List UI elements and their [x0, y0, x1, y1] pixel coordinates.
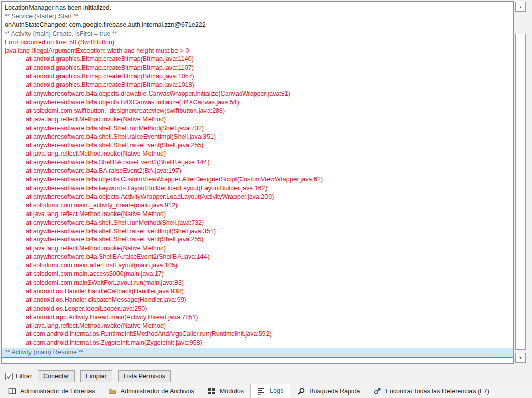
tab-label: Administrador de Librerías: [20, 388, 95, 395]
log-line[interactable]: at anywheresoftware.b4a.objects.Activity…: [2, 193, 513, 201]
log-line[interactable]: at anywheresoftware.b4a.objects.CustomVi…: [2, 175, 513, 184]
log-line[interactable]: at solodomi.com.main$WaitForLayout.run(m…: [2, 279, 513, 287]
log-line[interactable]: at anywheresoftware.b4a.shell.Shell.rais…: [2, 141, 513, 150]
log-line[interactable]: at java.lang.reflect.Method.invoke(Nativ…: [2, 244, 513, 253]
scrollbar-thumb[interactable]: [515, 34, 526, 350]
tab-files-manager[interactable]: Administrador de Archivos: [102, 384, 201, 398]
log-line[interactable]: at android.graphics.Bitmap.createBitmap(…: [2, 55, 513, 64]
modules-grid-icon: [208, 387, 216, 395]
log-line[interactable]: at solodomi.com.main._activity_create(ma…: [2, 201, 513, 210]
log-line[interactable]: ** Service (starter) Start **: [2, 12, 513, 21]
log-line[interactable]: at java.lang.reflect.Method.invoke(Nativ…: [2, 149, 513, 158]
log-line[interactable]: at solodomi.com.main.access$000(main.jav…: [2, 270, 513, 279]
filter-checkbox-label: Filtrar: [16, 373, 32, 380]
log-line[interactable]: at com.android.internal.os.ZygoteInit.ma…: [2, 339, 513, 347]
bottom-tab-bar: Administrador de LibreríasAdministrador …: [0, 384, 532, 398]
log-line[interactable]: at android.graphics.Bitmap.createBitmap(…: [2, 72, 513, 81]
tab-label: Encontrar todas las Referencias (F7): [386, 388, 489, 395]
log-list[interactable]: LocationManager has been initialized.** …: [1, 1, 514, 364]
tab-library-manager[interactable]: Administrador de Librerías: [2, 384, 102, 398]
tab-label: Búsqueda Rápida: [309, 388, 360, 395]
scrollbar-down-arrow-icon[interactable]: ▼: [515, 353, 526, 363]
filter-checkbox-wrap[interactable]: Filtrar: [5, 373, 32, 380]
log-line[interactable]: LocationManager has been initialized.: [2, 4, 513, 12]
check-icon: [6, 373, 12, 380]
log-panel: LocationManager has been initialized.** …: [1, 1, 528, 364]
tab-modules[interactable]: Módulos: [201, 384, 250, 398]
search-icon: [297, 387, 305, 395]
find-references-icon: [373, 387, 381, 395]
log-line[interactable]: at anywheresoftware.b4a.shell.Shell.runM…: [2, 124, 513, 133]
log-line[interactable]: at java.lang.reflect.Method.invoke(Nativ…: [2, 322, 513, 330]
log-line[interactable]: java.lang.IllegalArgumentException: widt…: [2, 47, 513, 55]
tab-logs[interactable]: Logs: [250, 384, 290, 398]
library-book-icon: [8, 387, 16, 395]
log-lines-icon: [257, 387, 265, 395]
log-line[interactable]: at android.os.Handler.handleCallback(Han…: [2, 287, 513, 296]
log-line[interactable]: at anywheresoftware.b4a.shell.Shell.rais…: [2, 235, 513, 244]
log-line[interactable]: at android.graphics.Bitmap.createBitmap(…: [2, 64, 513, 72]
permissions-list-button[interactable]: Lista Permisos: [118, 370, 171, 382]
log-line[interactable]: at solodomi.com.swiftbutton._designercre…: [2, 107, 513, 115]
tab-label: Administrador de Archivos: [121, 388, 194, 395]
log-controls-row: Filtrar ConectarLimpiarLista Permisos: [5, 370, 171, 383]
tab-label: Módulos: [220, 388, 244, 395]
log-line[interactable]: at anywheresoftware.b4a.keywords.LayoutB…: [2, 184, 513, 193]
log-line[interactable]: onAuthStateChanged: com.google.firebase.…: [2, 21, 513, 29]
log-line[interactable]: Error occurred on line: 50 (SwiftButton): [2, 38, 513, 47]
log-line[interactable]: at anywheresoftware.b4a.ShellBA.raiseEve…: [2, 158, 513, 167]
log-line[interactable]: at anywheresoftware.b4a.shell.Shell.rais…: [2, 133, 513, 141]
log-vertical-scrollbar[interactable]: ▲ ▼: [514, 1, 528, 364]
log-line[interactable]: at anywheresoftware.b4a.objects.B4XCanva…: [2, 98, 513, 107]
log-line[interactable]: at android.graphics.Bitmap.createBitmap(…: [2, 81, 513, 89]
filter-checkbox[interactable]: [5, 373, 13, 380]
connect-button[interactable]: Conectar: [38, 370, 75, 382]
log-line[interactable]: at com.android.internal.os.RuntimeInit$M…: [2, 330, 513, 339]
tab-label: Logs: [270, 387, 283, 394]
log-line[interactable]: at anywheresoftware.b4a.shell.Shell.rais…: [2, 227, 513, 236]
folder-icon: [108, 387, 116, 395]
log-buttons: ConectarLimpiarLista Permisos: [38, 370, 171, 382]
scrollbar-up-arrow-icon[interactable]: ▲: [515, 2, 526, 12]
clear-button[interactable]: Limpiar: [80, 370, 112, 382]
log-line[interactable]: at anywheresoftware.b4a.shell.Shell.runM…: [2, 219, 513, 227]
log-line[interactable]: at anywheresoftware.b4a.ShellBA.raiseEve…: [2, 253, 513, 261]
log-line[interactable]: at android.os.Handler.dispatchMessage(Ha…: [2, 296, 513, 304]
log-line[interactable]: at solodomi.com.main.afterFirstLayout(ma…: [2, 261, 513, 270]
log-line[interactable]: at anywheresoftware.b4a.objects.drawable…: [2, 89, 513, 98]
log-line[interactable]: at android.os.Looper.loop(Looper.java:25…: [2, 304, 513, 313]
log-line[interactable]: ** Activity (main) Create, isFirst = tru…: [2, 29, 513, 38]
tab-find-all-references[interactable]: Encontrar todas las Referencias (F7): [367, 384, 496, 398]
tab-quick-search[interactable]: Búsqueda Rápida: [290, 384, 366, 398]
log-line[interactable]: at java.lang.reflect.Method.invoke(Nativ…: [2, 115, 513, 124]
log-line-selected[interactable]: ** Activity (main) Resume **: [2, 348, 513, 358]
log-line[interactable]: at java.lang.reflect.Method.invoke(Nativ…: [2, 210, 513, 219]
log-line[interactable]: at anywheresoftware.b4a.BA.raiseEvent2(B…: [2, 167, 513, 175]
log-line[interactable]: at android.app.ActivityThread.main(Activ…: [2, 313, 513, 322]
